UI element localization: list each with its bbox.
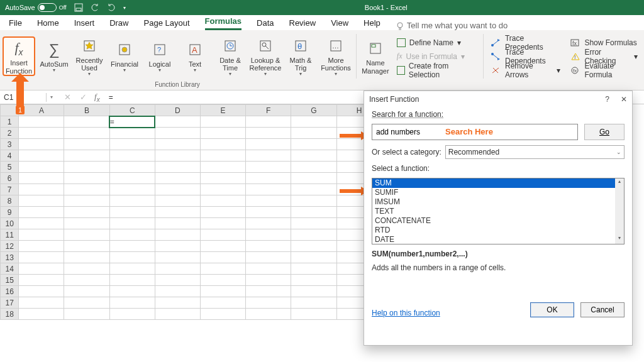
cell[interactable] [155, 252, 200, 263]
cell[interactable] [155, 128, 200, 139]
cell[interactable] [64, 116, 109, 128]
cell[interactable] [109, 241, 155, 252]
cell[interactable] [109, 252, 155, 263]
name-box[interactable]: C1 [0, 93, 47, 102]
cell[interactable] [109, 297, 155, 309]
undo-icon[interactable] [91, 3, 99, 12]
cell[interactable] [64, 241, 109, 252]
cell[interactable] [64, 162, 109, 173]
tell-me[interactable]: Tell me what you want to do [396, 21, 508, 30]
cell[interactable] [109, 229, 155, 241]
insert-function-button[interactable]: fx Insert Function [3, 36, 35, 75]
cell[interactable] [64, 173, 109, 184]
cell[interactable] [109, 309, 155, 320]
row-header[interactable]: 11 [1, 229, 19, 241]
function-item[interactable]: DATE [372, 235, 624, 244]
cell[interactable] [19, 150, 64, 162]
cancel-icon[interactable]: ✕ [64, 92, 71, 102]
cell[interactable] [19, 241, 64, 252]
cell[interactable] [291, 252, 336, 263]
cell[interactable] [201, 263, 246, 275]
namebox-dropdown-icon[interactable]: ▾ [47, 94, 57, 100]
cell[interactable] [109, 207, 155, 218]
dialog-close-icon[interactable]: ✕ [621, 95, 627, 104]
cell[interactable] [201, 286, 246, 297]
tab-help[interactable]: Help [364, 16, 380, 30]
row-header[interactable]: 16 [1, 286, 19, 297]
cell[interactable] [201, 309, 246, 320]
cell[interactable] [64, 139, 109, 150]
cell[interactable] [109, 173, 155, 184]
row-header[interactable]: 15 [1, 275, 19, 286]
cell[interactable] [109, 162, 155, 173]
cancel-button[interactable]: Cancel [580, 302, 625, 317]
cell[interactable] [291, 128, 336, 139]
cell[interactable] [64, 150, 109, 162]
cell[interactable] [246, 286, 291, 297]
tab-home[interactable]: Home [37, 16, 59, 30]
cell[interactable] [291, 116, 336, 128]
cell[interactable] [246, 218, 291, 229]
cell[interactable] [291, 309, 336, 320]
cell[interactable] [201, 275, 246, 286]
cell[interactable] [64, 297, 109, 309]
tab-view[interactable]: View [331, 16, 348, 30]
cell[interactable] [246, 184, 291, 195]
cell[interactable] [64, 286, 109, 297]
date-time-button[interactable]: Date & Time▾ [214, 35, 247, 77]
more-functions-button[interactable]: … More Functions▾ [319, 35, 352, 77]
cell[interactable] [291, 286, 336, 297]
row-header[interactable]: 18 [1, 309, 19, 320]
cell[interactable] [64, 128, 109, 139]
row-header[interactable]: 17 [1, 297, 19, 309]
cell[interactable] [246, 128, 291, 139]
tab-formulas[interactable]: Formulas [205, 14, 242, 30]
cell[interactable] [19, 162, 64, 173]
evaluate-formula-button[interactable]: fxEvaluate Formula [570, 63, 638, 77]
cell[interactable] [64, 207, 109, 218]
row-header[interactable]: 2 [1, 128, 19, 139]
create-from-selection-button[interactable]: Create from Selection [397, 63, 475, 77]
cell[interactable] [201, 207, 246, 218]
function-item[interactable]: SUMIF [372, 188, 624, 197]
cell[interactable] [291, 173, 336, 184]
ok-button[interactable]: OK [530, 302, 574, 317]
cell[interactable] [246, 309, 291, 320]
row-header[interactable]: 13 [1, 252, 19, 263]
define-name-button[interactable]: Define Name ▾ [397, 36, 475, 50]
cell[interactable] [291, 241, 336, 252]
cell[interactable] [155, 116, 200, 128]
cell[interactable] [246, 162, 291, 173]
cell[interactable] [201, 229, 246, 241]
cell[interactable] [246, 173, 291, 184]
cell[interactable] [109, 150, 155, 162]
cell[interactable] [64, 275, 109, 286]
cell[interactable] [109, 184, 155, 195]
cell[interactable] [64, 229, 109, 241]
row-header[interactable]: 12 [1, 241, 19, 252]
help-link[interactable]: Help on this function [372, 309, 440, 317]
cell[interactable] [19, 195, 64, 207]
cell[interactable] [155, 195, 200, 207]
cell[interactable] [155, 263, 200, 275]
cell[interactable] [291, 207, 336, 218]
tab-data[interactable]: Data [257, 16, 274, 30]
tab-file[interactable]: File [9, 16, 22, 30]
cell[interactable] [201, 252, 246, 263]
tab-review[interactable]: Review [289, 16, 316, 30]
cell[interactable] [155, 150, 200, 162]
cell[interactable] [19, 139, 64, 150]
cell[interactable] [64, 252, 109, 263]
cell[interactable] [109, 139, 155, 150]
search-function-input[interactable]: Search Here [372, 124, 578, 140]
cell[interactable] [201, 128, 246, 139]
cell[interactable] [64, 184, 109, 195]
cell[interactable] [19, 128, 64, 139]
tab-pagelayout[interactable]: Page Layout [144, 16, 190, 30]
cell[interactable] [201, 195, 246, 207]
cell[interactable] [155, 173, 200, 184]
cell[interactable] [291, 150, 336, 162]
cell[interactable] [291, 139, 336, 150]
lookup-button[interactable]: Lookup & Reference▾ [249, 35, 282, 77]
cell[interactable] [19, 207, 64, 218]
